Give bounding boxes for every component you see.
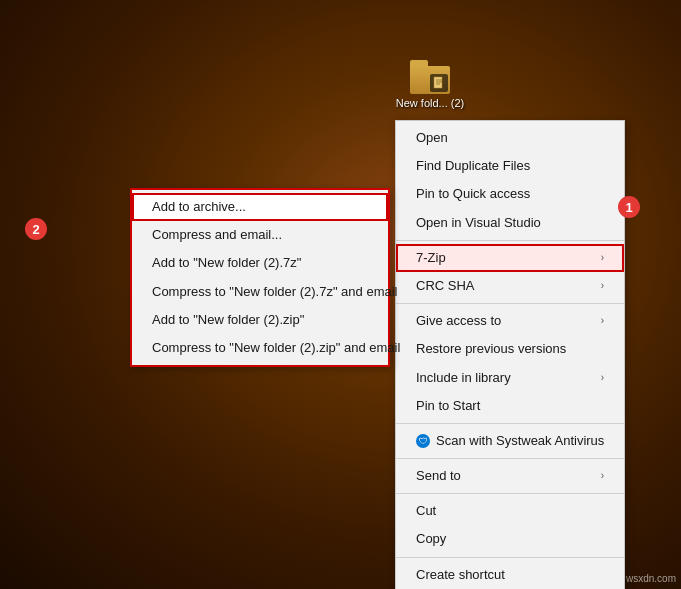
menu-item-open-vs[interactable]: Open in Visual Studio [396, 209, 624, 237]
submenu-item-compress-email[interactable]: Compress and email... [132, 221, 388, 249]
badge-2: 2 [25, 218, 47, 240]
menu-item-give-access[interactable]: Give access to › [396, 307, 624, 335]
separator-6 [396, 557, 624, 558]
arrow-icon-lib: › [601, 371, 604, 385]
7zip-submenu: Add to archive... Compress and email... … [130, 188, 390, 367]
badge-1: 1 [618, 196, 640, 218]
watermark: wsxdn.com [626, 573, 676, 584]
menu-item-cut[interactable]: Cut [396, 497, 624, 525]
submenu-item-compress-zip-email[interactable]: Compress to "New folder (2).zip" and ema… [132, 334, 388, 362]
submenu-item-add-7z[interactable]: Add to "New folder (2).7z" [132, 249, 388, 277]
separator-2 [396, 303, 624, 304]
menu-item-open[interactable]: Open [396, 124, 624, 152]
arrow-icon-crc: › [601, 279, 604, 293]
folder-body [410, 66, 450, 94]
arrow-icon-7zip: › [601, 251, 604, 265]
menu-item-create-shortcut[interactable]: Create shortcut [396, 561, 624, 589]
folder-overlay [430, 74, 448, 92]
folder-image [410, 60, 450, 94]
menu-item-7zip[interactable]: 7-Zip › [396, 244, 624, 272]
main-context-menu: Open Find Duplicate Files Pin to Quick a… [395, 120, 625, 589]
antivirus-row: 🛡 Scan with Systweak Antivirus [416, 432, 604, 450]
antivirus-icon: 🛡 [416, 434, 430, 448]
folder-label: New fold... (2) [396, 97, 464, 110]
submenu-item-compress-7z-email[interactable]: Compress to "New folder (2).7z" and emai… [132, 278, 388, 306]
svg-rect-0 [434, 77, 442, 88]
menu-item-pin-start[interactable]: Pin to Start [396, 392, 624, 420]
submenu-item-add-archive[interactable]: Add to archive... [132, 193, 388, 221]
submenu-item-add-zip[interactable]: Add to "New folder (2).zip" [132, 306, 388, 334]
separator-4 [396, 458, 624, 459]
menu-item-restore[interactable]: Restore previous versions [396, 335, 624, 363]
menu-item-send-to[interactable]: Send to › [396, 462, 624, 490]
menu-item-copy[interactable]: Copy [396, 525, 624, 553]
menu-item-pin-quick[interactable]: Pin to Quick access [396, 180, 624, 208]
folder-icon[interactable]: New fold... (2) [395, 60, 465, 110]
separator-5 [396, 493, 624, 494]
menu-item-antivirus[interactable]: 🛡 Scan with Systweak Antivirus [396, 427, 624, 455]
menu-item-find-duplicate[interactable]: Find Duplicate Files [396, 152, 624, 180]
menu-item-crc-sha[interactable]: CRC SHA › [396, 272, 624, 300]
arrow-icon-send: › [601, 469, 604, 483]
separator-3 [396, 423, 624, 424]
separator-1 [396, 240, 624, 241]
menu-item-include-lib[interactable]: Include in library › [396, 364, 624, 392]
arrow-icon-access: › [601, 314, 604, 328]
